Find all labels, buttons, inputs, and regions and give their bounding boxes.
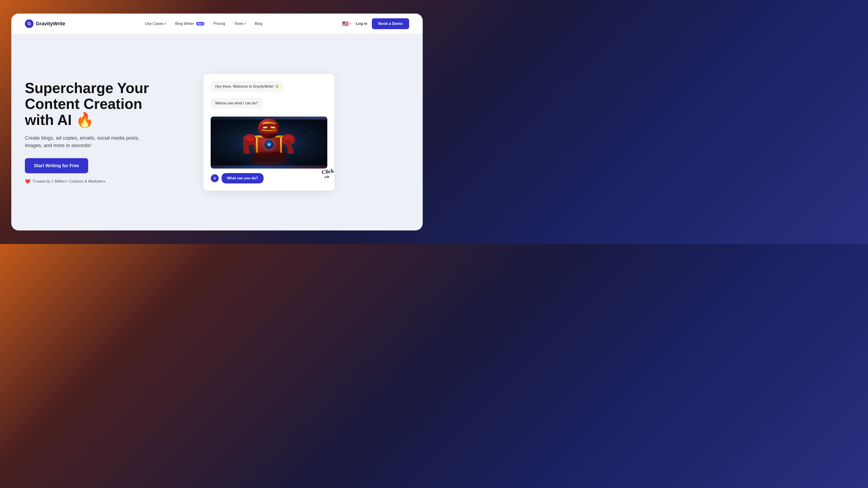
chevron-down-icon: ▾ <box>244 22 246 25</box>
nav-pricing[interactable]: Pricing <box>213 22 225 26</box>
hero-subtitle: Create blogs, ad copies, emails, social … <box>25 134 143 149</box>
heart-icon: ❤️ <box>25 179 31 184</box>
nav-right: 🇺🇸 ▾ Log in Book a Demo <box>342 18 409 29</box>
new-badge: New <box>196 22 205 26</box>
svg-point-5 <box>241 155 241 156</box>
hero-section: Supercharge Your Content Creation with A… <box>11 34 423 230</box>
chat-logo-small: G <box>211 174 219 182</box>
svg-point-3 <box>226 127 227 128</box>
chat-image <box>211 117 327 168</box>
svg-point-25 <box>269 137 269 138</box>
click-annotation: Click ↵ <box>322 168 334 181</box>
svg-point-4 <box>311 131 312 132</box>
nav-tools[interactable]: Tools ▾ <box>234 22 246 26</box>
chevron-down-icon: ▾ <box>165 22 166 25</box>
nav-use-cases[interactable]: Use Cases ▾ <box>145 22 166 26</box>
svg-point-22 <box>264 127 267 128</box>
svg-point-13 <box>261 136 277 153</box>
book-demo-button[interactable]: Book a Demo <box>372 18 409 29</box>
svg-point-23 <box>271 127 274 128</box>
chat-bubble-welcome: Hey there, Welcome to GravityWrite! 👋 <box>211 81 327 95</box>
login-button[interactable]: Log in <box>356 22 367 26</box>
logo-text: GravityWrite <box>36 21 65 27</box>
start-writing-button[interactable]: Start Writing for Free <box>25 158 88 173</box>
svg-point-6 <box>301 149 302 150</box>
logo-icon: G <box>25 20 33 28</box>
logo-area[interactable]: G GravityWrite <box>25 20 65 28</box>
hero-right: Hey there, Welcome to GravityWrite! 👋 Wa… <box>197 74 341 191</box>
user-message-bubble: What can you do? <box>221 173 264 184</box>
svg-text:G: G <box>27 21 31 26</box>
chat-bubble-second: Wanna see what I can do? <box>211 98 327 112</box>
navbar: G GravityWrite Use Cases ▾ Blog Writer N… <box>11 13 423 34</box>
hero-left: Supercharge Your Content Creation with A… <box>25 80 183 184</box>
main-card: G GravityWrite Use Cases ▾ Blog Writer N… <box>11 13 423 230</box>
svg-text:G: G <box>214 176 216 180</box>
hero-title: Supercharge Your Content Creation with A… <box>25 80 183 128</box>
chevron-down-icon: ▾ <box>350 22 351 25</box>
nav-blog-writer[interactable]: Blog Writer New <box>175 22 204 26</box>
language-selector[interactable]: 🇺🇸 ▾ <box>342 21 351 27</box>
chat-input-row: G What can you do? Click ↵ <box>211 173 327 184</box>
chat-widget: Hey there, Welcome to GravityWrite! 👋 Wa… <box>204 74 335 191</box>
nav-blog[interactable]: Blog <box>255 22 262 26</box>
trusted-text: ❤️ Trusted by 1 Million+ Creators & Mark… <box>25 179 183 184</box>
gravity-write-small-icon: G <box>212 175 218 182</box>
nav-links: Use Cases ▾ Blog Writer New Pricing Tool… <box>145 22 262 26</box>
ironman-image <box>211 117 327 168</box>
